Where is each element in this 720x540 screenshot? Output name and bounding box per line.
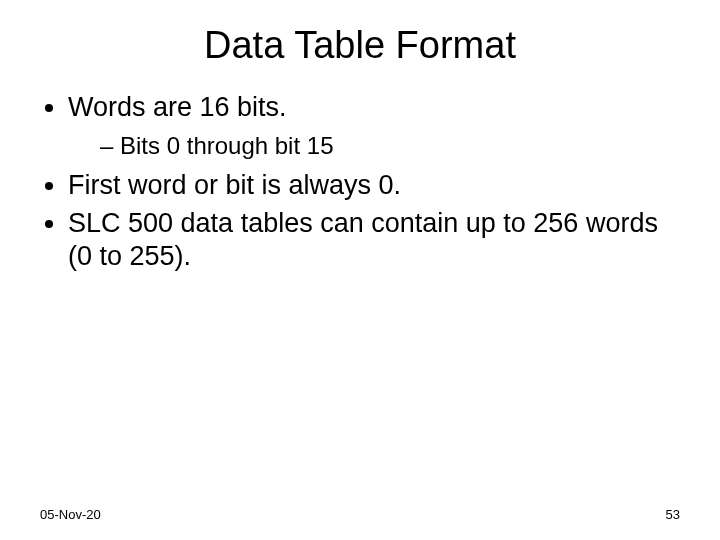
bullet-list: Words are 16 bits. Bits 0 through bit 15… [40,91,680,274]
bullet-1: Words are 16 bits. Bits 0 through bit 15 [68,91,680,161]
bullet-1-text: Words are 16 bits. [68,92,287,122]
footer-date: 05-Nov-20 [40,507,101,522]
bullet-3: SLC 500 data tables can contain up to 25… [68,207,680,275]
sub-bullet-list: Bits 0 through bit 15 [68,131,680,161]
footer-page-number: 53 [666,507,680,522]
slide: Data Table Format Words are 16 bits. Bit… [0,0,720,540]
slide-title: Data Table Format [0,0,720,67]
slide-body: Words are 16 bits. Bits 0 through bit 15… [0,67,720,274]
bullet-2: First word or bit is always 0. [68,169,680,203]
sub-bullet-1: Bits 0 through bit 15 [100,131,680,161]
footer: 05-Nov-20 53 [0,507,720,522]
